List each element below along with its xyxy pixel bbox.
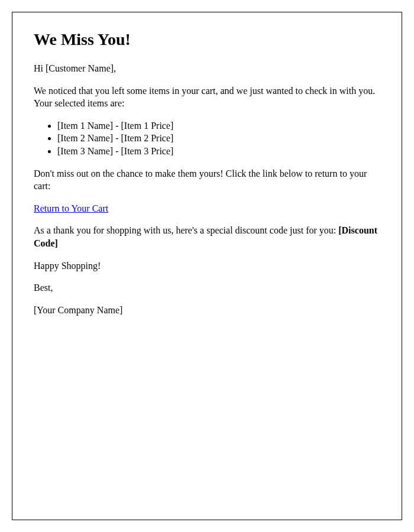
intro-text: We noticed that you left some items in y…	[34, 85, 380, 110]
signoff-text: Best,	[34, 281, 380, 294]
discount-prefix: As a thank you for shopping with us, her…	[34, 225, 338, 235]
cta-text: Don't miss out on the chance to make the…	[34, 167, 380, 193]
return-to-cart-link[interactable]: Return to Your Cart	[34, 203, 108, 213]
greeting-text: Hi [Customer Name],	[34, 62, 380, 75]
company-name: [Your Company Name]	[34, 304, 380, 317]
cart-items-list: [Item 1 Name] - [Item 1 Price] [Item 2 N…	[57, 119, 380, 158]
document-container: We Miss You! Hi [Customer Name], We noti…	[12, 12, 402, 520]
list-item: [Item 3 Name] - [Item 3 Price]	[57, 145, 380, 158]
discount-text: As a thank you for shopping with us, her…	[34, 224, 380, 249]
list-item: [Item 2 Name] - [Item 2 Price]	[57, 132, 380, 145]
cart-link-paragraph: Return to Your Cart	[34, 202, 380, 215]
happy-text: Happy Shopping!	[34, 259, 380, 273]
page-title: We Miss You!	[34, 30, 380, 49]
list-item: [Item 1 Name] - [Item 1 Price]	[57, 119, 380, 132]
